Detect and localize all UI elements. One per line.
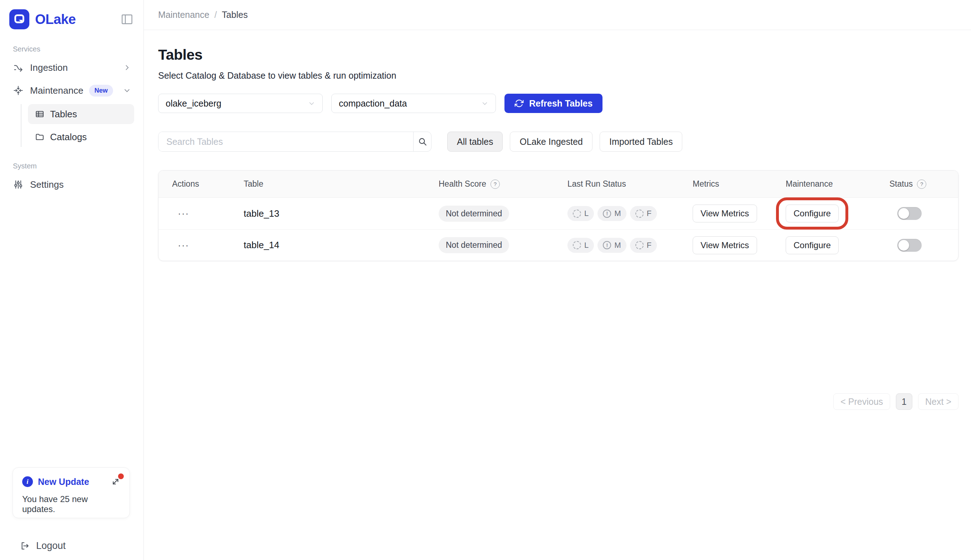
run-badge-letter: L: [584, 209, 589, 218]
app-title: OLake: [35, 12, 114, 27]
pending-circle-icon: [573, 241, 581, 249]
page-title: Tables: [158, 47, 958, 63]
catalog-select[interactable]: olake_iceberg: [158, 94, 323, 113]
refresh-tables-button[interactable]: Refresh Tables: [504, 94, 602, 113]
database-select-value: compaction_data: [339, 98, 481, 109]
view-metrics-button[interactable]: View Metrics: [692, 205, 757, 222]
status-toggle[interactable]: [897, 207, 922, 220]
configure-button[interactable]: Configure: [786, 205, 839, 222]
sidebar-item-catalogs[interactable]: Catalogs: [28, 127, 134, 147]
ingestion-icon: [13, 63, 23, 73]
page-number[interactable]: 1: [896, 393, 912, 410]
col-last-run-status: Last Run Status: [554, 179, 679, 189]
update-card-body: You have 25 new updates.: [22, 494, 120, 514]
pagination: < Previous 1 Next >: [833, 393, 958, 410]
col-label: Health Score: [439, 179, 486, 189]
logout-button[interactable]: Logout: [20, 540, 66, 552]
alert-circle-icon: !: [603, 241, 611, 249]
refresh-icon: [514, 99, 524, 108]
page-subtitle: Select Catalog & Database to view tables…: [158, 70, 958, 81]
logo-row: OLake: [9, 8, 134, 30]
sidebar-collapse-icon[interactable]: [120, 13, 134, 26]
col-actions: Actions: [158, 179, 230, 189]
sidebar-item-label: Settings: [30, 179, 130, 190]
pending-circle-icon: [573, 210, 581, 218]
col-label: Status: [889, 179, 913, 189]
system-section-label: System: [13, 162, 134, 170]
run-badge-f: F: [630, 206, 657, 221]
sidebar-item-maintenance[interactable]: Maintenance New: [9, 79, 134, 102]
database-select[interactable]: compaction_data: [331, 94, 496, 113]
logout-icon: [20, 541, 30, 551]
filter-imported-tables[interactable]: Imported Tables: [600, 132, 682, 152]
toggle-knob: [898, 208, 909, 219]
configure-button[interactable]: Configure: [786, 237, 839, 254]
table-header-row: Actions Table Health Score ? Last Run St…: [158, 170, 958, 198]
topbar: Maintenance / Tables: [144, 0, 971, 30]
table-row: ··· table_13 Not determined L ! M: [158, 198, 958, 229]
filter-olake-ingested[interactable]: OLake Ingested: [510, 132, 592, 152]
status-help-icon[interactable]: ?: [917, 180, 926, 189]
run-badge-f: F: [630, 238, 657, 253]
previous-page-button[interactable]: < Previous: [833, 393, 890, 410]
breadcrumb-parent[interactable]: Maintenance: [158, 10, 209, 20]
olake-logo-icon: [9, 9, 29, 29]
search-icon[interactable]: [413, 132, 431, 151]
sidebar-item-settings[interactable]: Settings: [9, 173, 134, 196]
expand-icon[interactable]: [111, 477, 120, 486]
chevron-down-icon: [123, 87, 130, 94]
run-badge-m: ! M: [597, 206, 626, 221]
content: Tables Select Catalog & Database to view…: [144, 30, 971, 261]
main-area: Maintenance / Tables Tables Select Catal…: [144, 0, 971, 560]
run-badge-m: ! M: [597, 238, 626, 253]
filter-all-tables[interactable]: All tables: [447, 132, 503, 152]
breadcrumb-current: Tables: [222, 10, 248, 20]
new-update-card[interactable]: i New Update You have 25 new updates.: [13, 467, 130, 518]
search-input[interactable]: [158, 132, 413, 151]
run-badge-letter: F: [647, 241, 652, 250]
catalog-select-value: olake_iceberg: [166, 98, 308, 109]
info-icon: i: [22, 476, 33, 487]
chevron-right-icon: [123, 64, 130, 71]
col-table: Table: [230, 179, 425, 189]
sidebar: OLake Services Ingestion: [0, 0, 144, 560]
row-actions-button[interactable]: ···: [178, 243, 189, 247]
maintenance-subnav: Tables Catalogs: [21, 104, 134, 147]
sidebar-item-tables[interactable]: Tables: [28, 104, 134, 124]
run-badge-letter: M: [614, 241, 621, 250]
sidebar-item-label: Ingestion: [30, 62, 117, 73]
search-box: [158, 132, 432, 152]
run-badge-l: L: [567, 206, 594, 221]
sidebar-item-ingestion[interactable]: Ingestion: [9, 56, 134, 79]
notification-dot: [118, 473, 124, 479]
app-root: OLake Services Ingestion: [0, 0, 971, 560]
chevron-down-icon: [308, 100, 315, 107]
update-card-title: New Update: [38, 477, 106, 487]
alert-circle-icon: !: [603, 210, 611, 218]
refresh-tables-label: Refresh Tables: [529, 98, 592, 109]
sidebar-item-label: Tables: [50, 109, 77, 120]
next-page-button[interactable]: Next >: [918, 393, 958, 410]
breadcrumb-separator: /: [214, 10, 217, 20]
status-toggle[interactable]: [897, 239, 922, 252]
health-score-badge: Not determined: [439, 206, 509, 222]
health-score-help-icon[interactable]: ?: [491, 180, 500, 189]
new-badge: New: [89, 85, 113, 97]
view-metrics-button[interactable]: View Metrics: [692, 237, 757, 254]
chevron-down-icon: [481, 100, 488, 107]
last-run-status-badges: L ! M F: [567, 206, 657, 221]
table-name: table_13: [244, 208, 279, 219]
settings-sliders-icon: [13, 180, 23, 190]
row-actions-button[interactable]: ···: [178, 212, 189, 215]
search-row: All tables OLake Ingested Imported Table…: [158, 132, 958, 152]
folder-icon: [35, 132, 44, 142]
last-run-status-badges: L ! M F: [567, 238, 657, 253]
table-row: ··· table_14 Not determined L ! M: [158, 229, 958, 261]
col-status: Status ?: [876, 179, 958, 189]
table-name: table_14: [244, 240, 279, 251]
col-health-score: Health Score ?: [425, 179, 554, 189]
table-icon: [35, 110, 44, 119]
run-badge-letter: M: [614, 209, 621, 218]
tables-table: Actions Table Health Score ? Last Run St…: [158, 170, 958, 261]
col-metrics: Metrics: [679, 179, 772, 189]
